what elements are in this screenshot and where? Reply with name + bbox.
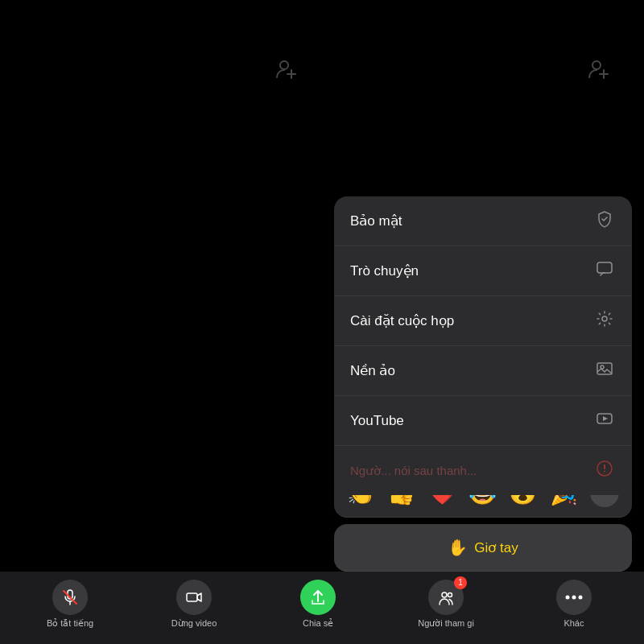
raise-hand-label: Giơ tay [474, 539, 518, 556]
participants-label: Người tham gi [418, 618, 474, 629]
svg-point-19 [442, 592, 447, 597]
svg-point-21 [565, 596, 569, 600]
svg-rect-6 [597, 262, 612, 273]
share-label: Chia sẻ [303, 618, 333, 629]
menu-item-security[interactable]: Bảo mật [334, 196, 632, 246]
mute-label: Bỏ tắt tiếng [47, 618, 93, 629]
menu-item-virtual-bg[interactable]: Nền ảo [334, 346, 632, 396]
svg-point-3 [592, 61, 601, 69]
raise-hand-button[interactable]: ✋ Giơ tay [334, 524, 632, 572]
popup-menu: Bảo mật Trò chuyện Cài [334, 196, 632, 495]
bottom-toolbar: Bỏ tắt tiếng Dừng video Chia sẻ [0, 572, 644, 644]
youtube-label: YouTube [350, 413, 404, 429]
settings-icon [593, 310, 616, 332]
add-participant-right-icon[interactable] [586, 56, 612, 88]
security-icon [593, 210, 616, 232]
participants-button[interactable]: 1 Người tham gi [418, 580, 474, 629]
svg-point-7 [602, 316, 607, 321]
security-label: Bảo mật [350, 213, 402, 229]
virtual-bg-icon [593, 360, 616, 382]
share-button[interactable]: Chia sẻ [294, 580, 342, 629]
menu-list: Bảo mật Trò chuyện Cài [334, 196, 632, 495]
chat-label: Trò chuyện [350, 262, 419, 279]
participants-badge: 1 [458, 578, 463, 587]
svg-point-0 [280, 61, 288, 69]
svg-rect-18 [187, 593, 197, 601]
menu-item-youtube[interactable]: YouTube [334, 396, 632, 446]
svg-marker-11 [603, 416, 608, 421]
video-button[interactable]: Dừng video [170, 580, 218, 629]
video-label: Dừng video [171, 618, 217, 629]
bottom-panel: Hủy 👏 👍 ❤️ 😂 😮 🎉 ··· ✋ Giơ tay Bảo mật [0, 411, 644, 572]
menu-item-more[interactable]: Ngườ... nói sau thanh... [334, 446, 632, 495]
menu-item-chat[interactable]: Trò chuyện [334, 246, 632, 296]
svg-point-23 [578, 596, 582, 600]
more-item-icon [593, 460, 616, 481]
meeting-settings-label: Cài đặt cuộc họp [350, 312, 454, 329]
menu-item-meeting-settings[interactable]: Cài đặt cuộc họp [334, 296, 632, 346]
svg-point-22 [572, 596, 576, 600]
more-button[interactable]: Khác [550, 580, 598, 628]
svg-point-14 [604, 471, 605, 473]
top-area [0, 0, 644, 177]
add-participant-center-icon[interactable] [274, 56, 299, 88]
chat-icon [593, 260, 616, 282]
mute-button[interactable]: Bỏ tắt tiếng [46, 580, 94, 629]
more-label: Khác [564, 618, 584, 628]
svg-point-20 [448, 592, 452, 597]
more-item-label: Ngườ... nói sau thanh... [350, 464, 477, 478]
svg-rect-8 [597, 363, 612, 374]
raise-hand-emoji: ✋ [448, 538, 468, 557]
youtube-icon [593, 410, 616, 431]
virtual-bg-label: Nền ảo [350, 362, 395, 379]
